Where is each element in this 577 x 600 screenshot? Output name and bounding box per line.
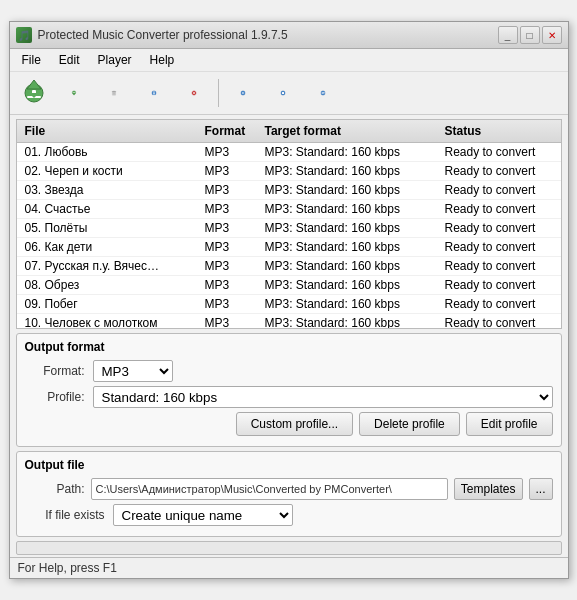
svg-marker-1 (27, 80, 41, 89)
table-row[interactable]: 09. Побег MP3 MP3: Standard: 160 kbps Re… (17, 295, 561, 314)
cell-target: MP3: Standard: 160 kbps (261, 239, 441, 255)
menu-file[interactable]: File (14, 51, 49, 69)
close-button[interactable]: ✕ (542, 26, 562, 44)
cell-status: Ready to convert (441, 144, 561, 160)
cell-format: MP3 (201, 239, 261, 255)
window-title: Protected Music Converter professional 1… (38, 28, 288, 42)
output-file-title: Output file (25, 458, 553, 472)
cell-status: Ready to convert (441, 220, 561, 236)
title-buttons: _ □ ✕ (498, 26, 562, 44)
cell-target: MP3: Standard: 160 kbps (261, 296, 441, 312)
cell-file: 09. Побег (21, 296, 201, 312)
cell-target: MP3: Standard: 160 kbps (261, 220, 441, 236)
cell-status: Ready to convert (441, 315, 561, 329)
profile-buttons: Custom profile... Delete profile Edit pr… (25, 412, 553, 436)
table-row[interactable]: 02. Череп и кости MP3 MP3: Standard: 160… (17, 162, 561, 181)
convert-button[interactable] (136, 76, 172, 110)
custom-profile-button[interactable]: Custom profile... (236, 412, 353, 436)
svg-rect-24 (282, 92, 284, 94)
col-target: Target format (261, 122, 441, 140)
app-icon: 🎵 (16, 27, 32, 43)
cell-target: MP3: Standard: 160 kbps (261, 315, 441, 329)
table-row[interactable]: 08. Обрез MP3 MP3: Standard: 160 kbps Re… (17, 276, 561, 295)
file-exists-select[interactable]: Create unique name Overwrite Skip (113, 504, 293, 526)
output-format-section: Output format Format: MP3 WAV FLAC AAC O… (16, 333, 562, 447)
title-bar: 🎵 Protected Music Converter professional… (10, 22, 568, 49)
col-file: File (21, 122, 201, 140)
delete-profile-button[interactable]: Delete profile (359, 412, 460, 436)
cell-format: MP3 (201, 296, 261, 312)
cell-file: 05. Полёты (21, 220, 201, 236)
toolbar (10, 72, 568, 115)
browse-button[interactable]: ... (529, 478, 553, 500)
menu-help[interactable]: Help (142, 51, 183, 69)
cell-target: MP3: Standard: 160 kbps (261, 182, 441, 198)
output-format-title: Output format (25, 340, 553, 354)
cell-format: MP3 (201, 163, 261, 179)
cell-target: MP3: Standard: 160 kbps (261, 258, 441, 274)
cell-format: MP3 (201, 315, 261, 329)
templates-button[interactable]: Templates (454, 478, 523, 500)
cell-format: MP3 (201, 144, 261, 160)
file-exists-row: If file exists Create unique name Overwr… (25, 504, 553, 526)
toolbar-separator (218, 79, 219, 107)
cell-target: MP3: Standard: 160 kbps (261, 163, 441, 179)
cell-status: Ready to convert (441, 258, 561, 274)
add-files-button[interactable] (16, 76, 52, 110)
cell-format: MP3 (201, 182, 261, 198)
status-bar: For Help, press F1 (10, 557, 568, 578)
path-input[interactable]: C:\Users\Администратор\Music\Converted b… (91, 478, 448, 500)
svg-marker-6 (72, 93, 75, 95)
table-row[interactable]: 04. Счастье MP3 MP3: Standard: 160 kbps … (17, 200, 561, 219)
next-button[interactable] (305, 76, 341, 110)
cell-file: 10. Человек с молотком (21, 315, 201, 329)
cell-status: Ready to convert (441, 201, 561, 217)
svg-rect-27 (323, 92, 324, 94)
menu-edit[interactable]: Edit (51, 51, 88, 69)
main-window: 🎵 Protected Music Converter professional… (9, 21, 569, 579)
cell-status: Ready to convert (441, 296, 561, 312)
table-row[interactable]: 06. Как дети MP3 MP3: Standard: 160 kbps… (17, 238, 561, 257)
clear-button[interactable] (96, 76, 132, 110)
cell-format: MP3 (201, 258, 261, 274)
output-file-section: Output file Path: C:\Users\Администратор… (16, 451, 562, 537)
table-row[interactable]: 10. Человек с молотком MP3 MP3: Standard… (17, 314, 561, 329)
table-row[interactable]: 05. Полёты MP3 MP3: Standard: 160 kbps R… (17, 219, 561, 238)
stop-convert-button[interactable] (176, 76, 212, 110)
menu-player[interactable]: Player (90, 51, 140, 69)
cell-file: 01. Любовь (21, 144, 201, 160)
menu-bar: File Edit Player Help (10, 49, 568, 72)
cell-format: MP3 (201, 201, 261, 217)
horizontal-scrollbar[interactable] (16, 541, 562, 555)
profile-row: Profile: Standard: 160 kbps High: 320 kb… (25, 386, 553, 408)
cell-format: MP3 (201, 277, 261, 293)
path-label: Path: (25, 482, 85, 496)
format-row: Format: MP3 WAV FLAC AAC OGG (25, 360, 553, 382)
cell-target: MP3: Standard: 160 kbps (261, 277, 441, 293)
stop-player-button[interactable] (265, 76, 301, 110)
remove-files-button[interactable] (56, 76, 92, 110)
table-row[interactable]: 03. Звезда MP3 MP3: Standard: 160 kbps R… (17, 181, 561, 200)
cell-file: 04. Счастье (21, 201, 201, 217)
table-row[interactable]: 07. Русская п.у. Вячес… MP3 MP3: Standar… (17, 257, 561, 276)
status-text: For Help, press F1 (18, 561, 117, 575)
edit-profile-button[interactable]: Edit profile (466, 412, 553, 436)
minimize-button[interactable]: _ (498, 26, 518, 44)
cell-file: 06. Как дети (21, 239, 201, 255)
cell-file: 08. Обрез (21, 277, 201, 293)
profile-label: Profile: (25, 390, 85, 404)
cell-file: 03. Звезда (21, 182, 201, 198)
file-exists-label: If file exists (25, 508, 105, 522)
cell-status: Ready to convert (441, 163, 561, 179)
svg-rect-10 (113, 91, 115, 92)
file-list[interactable]: File Format Target format Status 01. Люб… (16, 119, 562, 329)
table-row[interactable]: 01. Любовь MP3 MP3: Standard: 160 kbps R… (17, 143, 561, 162)
play-button[interactable] (225, 76, 261, 110)
format-label: Format: (25, 364, 85, 378)
format-select[interactable]: MP3 WAV FLAC AAC OGG (93, 360, 173, 382)
profile-select[interactable]: Standard: 160 kbps High: 320 kbps Low: 6… (93, 386, 553, 408)
col-status: Status (441, 122, 561, 140)
cell-status: Ready to convert (441, 239, 561, 255)
cell-status: Ready to convert (441, 277, 561, 293)
restore-button[interactable]: □ (520, 26, 540, 44)
